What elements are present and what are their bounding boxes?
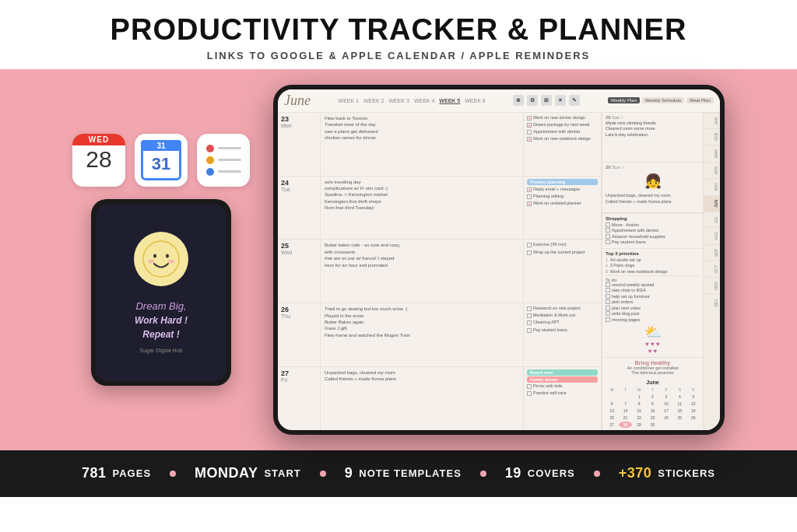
sun-notes: Unpacked bags, cleaned my roomCalled fri…	[606, 193, 700, 205]
view-btn-weekly-schedule[interactable]: Weekly Schedule	[642, 97, 684, 103]
todo-check	[606, 311, 610, 316]
tab-dec[interactable]: DEC	[704, 294, 720, 311]
day-name-wed: Wed	[281, 250, 317, 255]
mc-cell: 6	[606, 401, 618, 407]
tab-apr[interactable]: APR	[704, 162, 720, 178]
week-tab-5[interactable]: WEEK 5	[439, 98, 460, 103]
mc-cell	[660, 422, 672, 428]
mc-cell: 25	[673, 415, 686, 421]
left-area: WED 28 31 31	[72, 134, 250, 386]
view-btn-meal-plan[interactable]: Meal Plan	[686, 97, 714, 103]
day-label-fri: 27 Fri	[278, 367, 321, 430]
mc-header: M	[606, 387, 618, 393]
week-tab-4[interactable]: WEEK 4	[414, 98, 434, 103]
priority-num: 3	[606, 269, 608, 274]
week-tabs[interactable]: WEEK 1 WEEK 2 WEEK 3 WEEK 4 WEEK 5 WEEK …	[339, 98, 486, 103]
task-item: Dream package by next week	[527, 122, 598, 128]
wt-check	[606, 234, 610, 239]
stat-monday-value: MONDAY	[195, 465, 258, 481]
gcal-num: 31	[156, 142, 165, 150]
tab-may[interactable]: MAY	[704, 178, 720, 194]
task-text: Wrap up the current project	[533, 250, 585, 255]
week-tab-2[interactable]: WEEK 2	[363, 98, 384, 103]
priority-item-1: 1 Art studio set up	[606, 257, 700, 262]
task-item: Picnic with kids	[527, 383, 598, 389]
mc-cell: 24	[660, 415, 672, 421]
planner-header: June WEEK 1 WEEK 2 WEEK 3 WEEK 4 WEEK 5 …	[278, 89, 720, 113]
tab-feb[interactable]: FEB	[704, 128, 720, 145]
todo-check	[606, 282, 610, 287]
stat-monday: MONDAY START	[176, 465, 320, 481]
task-text: Practice self-care	[533, 390, 567, 396]
stat-pages-value: 781	[82, 465, 107, 481]
task-text: Appointment with dentist	[533, 129, 580, 135]
day-notes-thu: Tried to go skating but too much snow :(…	[321, 303, 524, 366]
week-tab-3[interactable]: WEEK 3	[388, 98, 409, 103]
tab-jan[interactable]: JAN	[704, 113, 720, 128]
day-tasks-fri: Beach time Family dinner Picnic with kid…	[524, 367, 602, 430]
wt-check	[606, 240, 610, 244]
mc-header: F	[660, 387, 672, 393]
wt-text: Pay student loans	[612, 240, 646, 244]
mini-calendar: June M T W T F S S 1 2	[602, 377, 703, 430]
bring-healthy-section: Bring Healthy Air conditioner got instal…	[602, 357, 703, 377]
view-buttons[interactable]: Weekly Plan Weekly Schedule Meal Plan	[608, 97, 714, 103]
settings-icon[interactable]: ⚙	[527, 95, 538, 106]
task-text: Cleaning APT	[533, 320, 560, 325]
task-item: Work on new notebook design	[527, 136, 598, 142]
mc-cell: 16	[646, 408, 658, 414]
stat-pages-label: PAGES	[113, 467, 152, 479]
day-notes-tue: solo traveling daycomplications w/ Fr si…	[321, 177, 524, 240]
task-text: Dream package by next week	[533, 122, 589, 128]
month-tab-bar[interactable]: JAN FEB MAR APR MAY JUN JUL AUG SEP OCT …	[703, 113, 720, 430]
mc-header: W	[633, 387, 645, 393]
tab-jul[interactable]: JUL	[704, 212, 720, 227]
task-check	[527, 320, 532, 325]
mc-cell: 10	[660, 401, 672, 407]
product-planning-badge: Product planning	[527, 179, 598, 185]
apple-reminders-icon	[197, 134, 250, 187]
cloud-hearts-sticker: ⛅ ♥ ♥ ♥♥ ♥	[606, 324, 700, 355]
tab-oct[interactable]: OCT	[704, 261, 720, 278]
stat-covers-label: COVERS	[528, 467, 575, 479]
planner-right-panel: 28 Sat ○ Made new climbing friendsCleane…	[602, 113, 703, 430]
day-notes-fri: Unpacked bags, cleaned my roomCalled fri…	[321, 367, 524, 430]
tab-jun[interactable]: JUN	[704, 195, 720, 212]
zoom-icon[interactable]: ⊞	[541, 95, 552, 106]
week-tab-6[interactable]: WEEK 6	[465, 98, 485, 103]
todo-text: take chair to IKEA	[612, 288, 646, 292]
todo-item: morning pages	[606, 317, 700, 322]
edit-icon[interactable]: ✎	[569, 95, 580, 106]
saturday-area: 28 Sat ○ Made new climbing friendsCleane…	[602, 113, 703, 163]
bottom-bar: 781 PAGES MONDAY START 9 NOTE TEMPLATES …	[0, 450, 797, 497]
header-icons: ⊕ ⚙ ⊞ ✕ ✎	[513, 95, 580, 106]
tab-sep[interactable]: SEP	[704, 244, 720, 261]
tab-nov[interactable]: NOV	[704, 277, 720, 294]
task-item: Wrap up the current project	[527, 250, 598, 255]
mini-cal-grid: M T W T F S S 1 2 3 4	[606, 387, 700, 428]
view-btn-weekly-plan[interactable]: Weekly Plan	[608, 97, 640, 103]
mc-cell	[687, 422, 700, 428]
priority-item-3: 3 Work on new notebook design	[606, 269, 700, 274]
bring-healthy-notes: Air conditioner got installedThe delicio…	[606, 366, 700, 375]
todo-item: take chair to IKEA	[606, 288, 700, 292]
share-icon[interactable]: ⊕	[513, 95, 524, 106]
wt-item: Pay student loans	[606, 240, 700, 244]
tab-aug[interactable]: AUG	[704, 227, 720, 244]
task-text: Work on new notebook design	[533, 136, 591, 142]
wt-text: Appointment with dentist	[612, 228, 658, 233]
header-section: PRODUCTIVITY TRACKER & PLANNER LINKS TO …	[0, 0, 797, 69]
tab-mar[interactable]: MAR	[704, 145, 720, 162]
close-icon[interactable]: ✕	[555, 95, 566, 106]
main-tablet: June WEEK 1 WEEK 2 WEEK 3 WEEK 4 WEEK 5 …	[273, 85, 725, 435]
sat-label: 28 Sat ○	[606, 115, 700, 120]
mc-cell	[619, 394, 631, 400]
todo-check	[606, 288, 610, 292]
day-notes-mon: Flew back to TorontoTraveled most of the…	[321, 113, 524, 176]
task-item: Practice self-care	[527, 390, 598, 396]
week-tab-1[interactable]: WEEK 1	[339, 98, 359, 103]
reminder-item-1	[206, 145, 241, 152]
mc-cell: 1	[633, 394, 645, 400]
day-notes-wed: Butter baker cafe - so cute and cozy,wit…	[321, 240, 524, 303]
todo-check	[606, 306, 610, 310]
